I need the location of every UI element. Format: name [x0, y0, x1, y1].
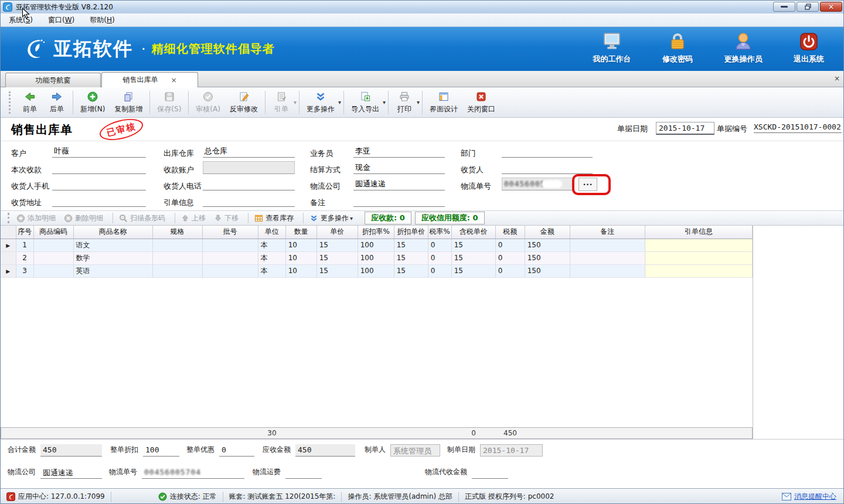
document-header: 销售出库单 已审核 单据日期 2015-10-17 单据编号 XSCKD-201…	[1, 118, 844, 141]
summary-qty: 30	[258, 428, 286, 439]
doc-date-field[interactable]: 2015-10-17	[656, 122, 714, 135]
total-amount-field[interactable]: 450	[40, 444, 102, 457]
more-dropdown-caret[interactable]	[338, 99, 341, 105]
tab-sales-outbound[interactable]: 销售出库单 ×	[101, 72, 198, 87]
table-row: ▶ 1 语文 本 10 15 100 15 0 15 0 150	[1, 239, 753, 251]
col-name[interactable]: 商品名称	[73, 226, 152, 239]
menu-bar: 系统(S) 窗口(W) 帮助(H)	[1, 13, 844, 27]
settlement-field[interactable]: 现金	[353, 161, 445, 174]
menu-window[interactable]: 窗口(W)	[48, 15, 74, 25]
ref-order-button[interactable]: 引单	[268, 89, 295, 116]
warehouse-field[interactable]: 总仓库	[203, 145, 295, 158]
salesman-field[interactable]: 李亚	[353, 145, 445, 158]
department-label: 部门	[461, 148, 476, 159]
more-actions-button[interactable]: 更多操作	[302, 89, 339, 116]
remark-field[interactable]	[353, 194, 445, 207]
annotation-highlight-box	[572, 174, 611, 195]
receivable-amount-field[interactable]: 450	[295, 444, 355, 457]
col-discount-price[interactable]: 折扣单价	[394, 226, 428, 239]
col-discount-rate[interactable]: 折扣率%	[358, 226, 394, 239]
minimize-button[interactable]	[773, 2, 795, 12]
consignee-phone-field[interactable]	[203, 178, 295, 190]
col-qty[interactable]: 数量	[285, 226, 316, 239]
exit-system-button[interactable]: 退出系统	[784, 32, 834, 64]
consignee-label: 收货人	[461, 165, 484, 175]
col-remark[interactable]: 备注	[570, 226, 645, 239]
col-code[interactable]: 商品编码	[33, 226, 73, 239]
footer-logistics-company-field[interactable]: 圆通速递	[40, 466, 102, 479]
view-stock-button[interactable]: 查看库存	[254, 213, 294, 223]
ref-dropdown-caret[interactable]	[294, 99, 297, 105]
change-password-button[interactable]: 修改密码	[652, 32, 703, 64]
col-spec[interactable]: 规格	[152, 226, 202, 239]
tab-nav-window[interactable]: 功能导航窗	[5, 73, 101, 87]
department-field[interactable]	[502, 145, 593, 158]
my-workbench-button[interactable]: 我的工作台	[587, 32, 637, 64]
menu-help[interactable]: 帮助(H)	[90, 15, 114, 25]
address-field[interactable]	[52, 194, 146, 207]
col-ref-info[interactable]: 引单信息	[645, 226, 752, 239]
strip-close-icon[interactable]: ×	[834, 74, 840, 83]
cod-amount-field[interactable]	[472, 466, 508, 479]
print-button[interactable]: 打印	[391, 89, 418, 116]
order-discount-field[interactable]: 100	[143, 444, 179, 457]
order-promo-field[interactable]: 0	[219, 444, 254, 457]
close-button[interactable]: ✕	[820, 2, 842, 12]
app-center-status: 应用中心: 127.0.0.1:7099	[1, 492, 111, 502]
move-down-button[interactable]: 下移	[214, 213, 239, 223]
prev-order-button[interactable]: 前单	[16, 89, 43, 116]
next-order-button[interactable]: 后单	[43, 89, 70, 116]
col-tax-rate[interactable]: 税率%	[428, 226, 451, 239]
app-window: 亚拓管理软件专业版 V8.2.120 ✕ 系统(S) 窗口(W) 帮助(H)	[0, 0, 844, 504]
create-date-label: 制单日期	[447, 445, 475, 457]
consignee-mobile-field[interactable]	[52, 178, 146, 190]
impexp-dropdown-caret[interactable]	[383, 99, 386, 105]
col-tax[interactable]: 税额	[495, 226, 525, 239]
add-detail-button[interactable]: 添加明细	[16, 213, 56, 223]
col-seq[interactable]: 序号	[16, 226, 33, 239]
col-amount[interactable]: 金额	[525, 226, 570, 239]
document-title: 销售出库单	[11, 122, 73, 138]
col-price[interactable]: 单价	[316, 226, 358, 239]
current-row-marker: ▶	[6, 243, 10, 248]
tab-close-icon[interactable]: ×	[171, 76, 176, 84]
ref-info-field[interactable]	[203, 194, 295, 207]
delete-detail-button[interactable]: 删除明细	[64, 213, 103, 223]
tracking-no-field[interactable]: 00456005704	[502, 178, 573, 190]
move-up-button[interactable]: 上移	[181, 213, 206, 223]
detail-more-actions-button[interactable]: 更多操作	[309, 213, 353, 223]
col-batch[interactable]: 批号	[202, 226, 258, 239]
logistics-company-field[interactable]: 圆通速递	[353, 178, 445, 190]
payment-field[interactable]	[52, 161, 146, 174]
audit-button[interactable]: 审核(A)	[191, 89, 225, 116]
app-logo-icon	[3, 2, 12, 12]
print-dropdown-caret[interactable]	[417, 99, 420, 105]
ui-design-button[interactable]: 界面设计	[425, 89, 462, 116]
col-tax-incl-price[interactable]: 含税单价	[451, 226, 495, 239]
add-button[interactable]: 新增(N)	[76, 89, 110, 116]
scan-barcode-button[interactable]: 扫描条形码	[119, 213, 165, 223]
import-export-button[interactable]: 导入导出	[346, 89, 384, 116]
order-form: 客户 叶薇 出库仓库 总仓库 业务员 李亚 部门 本次收款 收款账户 结算方式 …	[1, 141, 844, 210]
col-unit[interactable]: 单位	[258, 226, 285, 239]
receivable-badge: 应收款: 0	[365, 212, 411, 224]
account-field[interactable]	[203, 161, 295, 174]
restore-button[interactable]	[797, 2, 819, 12]
app-center-icon	[6, 492, 15, 501]
customer-field[interactable]: 叶薇	[52, 145, 146, 158]
message-center-link[interactable]: 消息提醒中心	[782, 492, 836, 502]
unaudit-edit-button[interactable]: 反审修改	[225, 89, 263, 116]
freight-field[interactable]	[285, 466, 322, 479]
settlement-label: 结算方式	[310, 165, 341, 175]
close-window-button[interactable]: 关闭窗口	[462, 89, 500, 116]
printer-icon	[399, 91, 410, 103]
detail-more-caret[interactable]	[350, 215, 353, 222]
consignee-field[interactable]	[502, 161, 593, 174]
switch-operator-button[interactable]: 更换操作员	[718, 32, 768, 64]
arrow-right-icon	[51, 91, 63, 103]
copy-add-button[interactable]: 复制新增	[110, 89, 147, 116]
redaction-smear	[542, 180, 562, 188]
save-button[interactable]: 保存(S)	[152, 89, 186, 116]
footer-tracking-no-field[interactable]: 00456005704	[142, 466, 244, 479]
consignee-phone-label: 收货人电话	[164, 181, 202, 192]
